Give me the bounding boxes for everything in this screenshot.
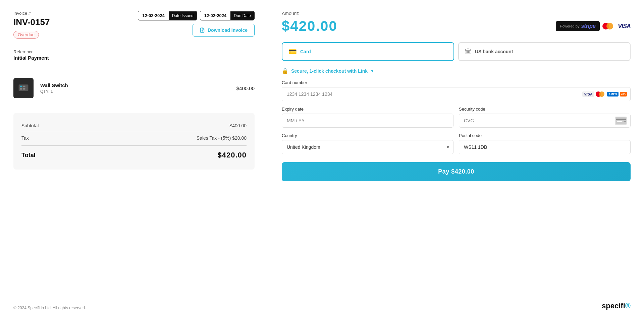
download-button-label: Download Invoice — [208, 27, 248, 33]
date-issued-badge: 12-02-2024 Date Issued — [138, 11, 197, 20]
country-group: Country United Kingdom United States Can… — [282, 133, 453, 154]
product-qty: QTY: 1 — [40, 89, 230, 94]
subtotal-label: Subtotal — [21, 123, 39, 128]
payment-panel: Amount: $420.00 Powered by stripe VISA — [268, 0, 644, 321]
date-badges: 12-02-2024 Date Issued 12-02-2024 Due Da… — [138, 11, 255, 20]
card-tab-icon: 💳 — [288, 48, 297, 56]
stripe-badge: Powered by stripe — [556, 21, 600, 31]
svg-rect-5 — [23, 88, 25, 90]
country-postal-row: Country United Kingdom United States Can… — [282, 133, 631, 154]
reference-value: Initial Payment — [13, 55, 255, 61]
left-footer: © 2024 Specifi.io Ltd. All rights reserv… — [13, 295, 255, 310]
payment-methods: 💳 Card 🏛 US bank account — [282, 42, 631, 61]
postal-label: Postal code — [459, 133, 631, 138]
payment-logos: Powered by stripe VISA — [556, 21, 631, 31]
amount-section: Amount: $420.00 Powered by stripe VISA — [282, 11, 631, 34]
mastercard-logo — [602, 22, 615, 30]
mc-right-icon — [599, 91, 604, 97]
tax-row: Tax Sales Tax - (5%) $20.00 — [21, 132, 247, 144]
svg-rect-4 — [20, 88, 22, 90]
country-select[interactable]: United Kingdom United States Canada Aust… — [282, 140, 453, 154]
specifi-logo-dot: ® — [625, 302, 631, 310]
tax-label: Tax — [21, 135, 29, 141]
product-info: Wall Switch QTY: 1 — [40, 82, 230, 94]
visa-logo: VISA — [618, 23, 631, 30]
amount-value: $420.00 — [282, 18, 337, 34]
expiry-input-wrapper — [282, 114, 453, 128]
svg-rect-7 — [616, 119, 626, 120]
lock-icon: 🔒 — [282, 68, 288, 74]
due-date-value: 12-02-2024 — [200, 11, 231, 20]
secure-checkout-text: Secure, 1-click checkout with Link — [291, 68, 368, 74]
amount-row: $420.00 Powered by stripe VISA — [282, 18, 631, 34]
invoice-header: Invoice # INV-0157 Overdue 12-02-2024 Da… — [13, 11, 255, 39]
expiry-label: Expiry date — [282, 107, 453, 112]
security-group: Security code 135 — [459, 107, 631, 128]
card-tab[interactable]: 💳 Card — [282, 42, 454, 61]
product-name: Wall Switch — [40, 82, 230, 88]
subtotal-value: $400.00 — [229, 123, 247, 128]
tax-detail: Sales Tax - (5%) $20.00 — [197, 135, 247, 141]
bank-tab[interactable]: 🏛 US bank account — [458, 42, 631, 61]
invoice-label: Invoice # — [13, 11, 50, 16]
subtotal-row: Subtotal $400.00 — [21, 120, 247, 132]
chevron-down-icon: ▼ — [370, 69, 374, 73]
card-number-input[interactable] — [282, 87, 630, 101]
download-icon — [200, 27, 205, 33]
reference-label: Reference — [13, 49, 255, 54]
total-row: Total $420.00 — [21, 145, 247, 163]
cvc-card-icon: 135 — [615, 117, 627, 125]
line-items: Wall Switch QTY: 1 $400.00 — [13, 71, 255, 105]
svg-text:135: 135 — [623, 121, 626, 123]
date-issued-label: Date Issued — [169, 11, 197, 20]
card-form: Card number VISA AMEX elo — [282, 80, 631, 181]
total-value: $420.00 — [217, 151, 247, 159]
mc-circle-right — [606, 23, 613, 29]
expiry-security-row: Expiry date Security code — [282, 107, 631, 128]
reference-section: Reference Initial Payment — [13, 49, 255, 61]
invoice-panel: Invoice # INV-0157 Overdue 12-02-2024 Da… — [0, 0, 268, 321]
secure-checkout[interactable]: 🔒 Secure, 1-click checkout with Link ▼ — [282, 68, 631, 74]
elo-icon: elo — [620, 92, 627, 97]
amex-icon: AMEX — [607, 92, 619, 97]
product-price: $400.00 — [236, 85, 255, 91]
due-date-badge: 12-02-2024 Due Date — [200, 11, 255, 20]
svg-rect-3 — [23, 86, 25, 87]
download-invoice-button[interactable]: Download Invoice — [193, 24, 255, 37]
amount-label: Amount: — [282, 11, 631, 16]
card-number-label: Card number — [282, 80, 631, 85]
visa-icon: VISA — [582, 91, 594, 97]
country-label: Country — [282, 133, 453, 138]
country-select-wrapper: United Kingdom United States Canada Aust… — [282, 140, 453, 154]
date-issued-value: 12-02-2024 — [138, 11, 169, 20]
expiry-group: Expiry date — [282, 107, 453, 128]
card-icons: VISA AMEX elo — [582, 91, 627, 98]
product-image — [13, 78, 34, 98]
right-footer: specifi® — [282, 294, 631, 310]
bank-tab-icon: 🏛 — [465, 48, 472, 56]
stripe-logo: stripe — [581, 23, 596, 29]
pay-button[interactable]: Pay $420.00 — [282, 162, 631, 181]
due-date-label: Due Date — [230, 11, 254, 20]
expiry-input[interactable] — [282, 114, 453, 127]
svg-rect-8 — [617, 121, 622, 122]
total-label: Total — [21, 152, 36, 159]
security-label: Security code — [459, 107, 631, 112]
cvc-input-wrapper: 135 — [459, 114, 631, 128]
postal-input[interactable] — [459, 140, 630, 154]
status-badge: Overdue — [13, 31, 39, 39]
postal-group: Postal code — [459, 133, 631, 154]
card-number-input-wrapper: VISA AMEX elo — [282, 87, 631, 101]
totals-section: Subtotal $400.00 Tax Sales Tax - (5%) $2… — [13, 113, 255, 170]
postal-input-wrapper — [459, 140, 631, 154]
svg-rect-2 — [20, 86, 22, 87]
cvc-input[interactable] — [459, 114, 630, 127]
invoice-meta: Invoice # INV-0157 Overdue — [13, 11, 50, 39]
line-item: Wall Switch QTY: 1 $400.00 — [13, 71, 255, 105]
powered-by-text: Powered by — [560, 24, 579, 28]
bank-tab-label: US bank account — [475, 49, 513, 54]
dates-and-download: 12-02-2024 Date Issued 12-02-2024 Due Da… — [138, 11, 255, 37]
card-number-group: Card number VISA AMEX elo — [282, 80, 631, 101]
card-tab-label: Card — [300, 49, 311, 54]
specifi-logo: specifi® — [602, 302, 631, 310]
